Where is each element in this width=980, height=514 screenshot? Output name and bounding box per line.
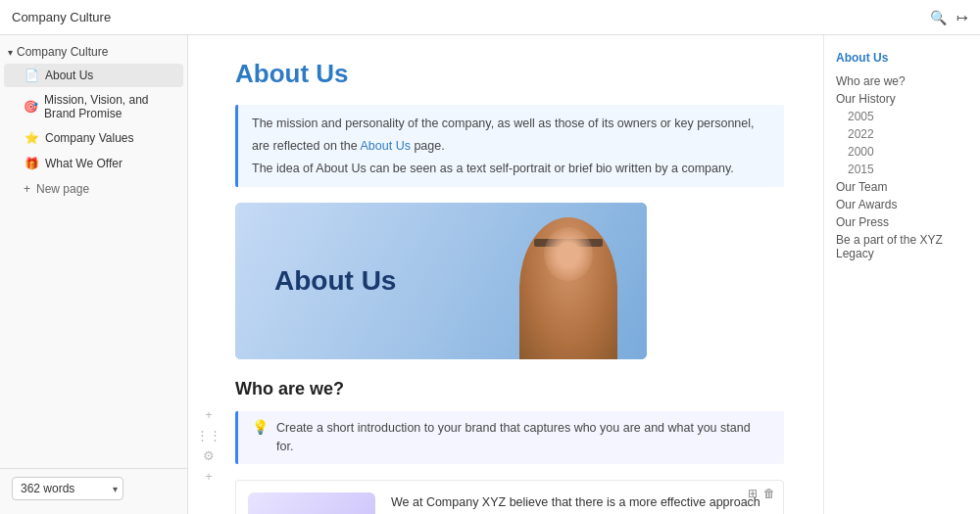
tip-block: 💡 Create a short introduction to your br… [235,411,784,464]
outline-title: About Us [836,51,968,65]
mission-icon: 🎯 [24,99,38,115]
sidebar-label-about-us: About Us [45,69,93,82]
block-delete-btn[interactable]: 🗑 [763,487,775,500]
new-page-button[interactable]: + New page [4,178,183,200]
section2-title: Who are we? [235,379,784,399]
share-icon[interactable]: ↦ [956,10,968,25]
app-title: Company Culture [12,10,111,24]
plus-icon: + [24,182,30,196]
word-count-bar: 362 words 362 characters [0,468,187,508]
sidebar-section-label: Company Culture [17,45,108,59]
body-text: We at Company XYZ believe that there is … [391,492,771,514]
chevron-icon: ▾ [8,47,13,58]
outline-2000[interactable]: 2000 [836,143,968,161]
sidebar-section-header[interactable]: ▾ Company Culture [0,41,187,63]
outline-our-history[interactable]: Our History [836,90,968,108]
tip-icon: 💡 [252,419,269,435]
outline-our-team[interactable]: Our Team [836,178,968,196]
sidebar-item-values[interactable]: ⭐ Company Values [4,126,183,150]
offer-icon: 🎁 [24,156,39,171]
values-icon: ⭐ [24,130,39,146]
new-page-label: New page [36,182,89,196]
content-area: About Us The mission and personality of … [188,35,823,514]
app-header: Company Culture 🔍 ↦ [0,0,980,35]
about-us-link[interactable]: About Us [361,139,411,153]
info-block: The mission and personality of the compa… [235,105,784,187]
left-add-controls: + ⋮⋮ ⚙ + [196,407,221,484]
outline-our-press[interactable]: Our Press [836,213,968,231]
outline-our-awards[interactable]: Our Awards [836,196,968,213]
outline-2015[interactable]: 2015 [836,161,968,178]
illustration-svg [253,492,370,514]
right-sidebar: About Us Who are we? Our History 2005 20… [823,35,980,514]
illustration-placeholder [248,492,375,514]
add-block-btn[interactable]: + [205,407,213,422]
search-icon[interactable]: 🔍 [930,10,947,25]
sidebar-item-about-us[interactable]: 📄 About Us [4,64,183,87]
block-actions: ⊞ 🗑 [748,487,775,500]
word-count-wrapper[interactable]: 362 words 362 characters [12,477,123,500]
add-row-btn[interactable]: + [205,469,213,484]
info-line1: The mission and personality of the compa… [252,115,770,133]
sidebar-label-offer: What We Offer [45,157,122,170]
word-count-select[interactable]: 362 words 362 characters [12,477,123,500]
page-title: About Us [235,59,784,89]
sidebar: ▾ Company Culture 📄 About Us 🎯 Mission, … [0,35,188,514]
sidebar-item-offer[interactable]: 🎁 What We Offer [4,152,183,175]
sidebar-label-values: Company Values [45,131,134,145]
main-layout: ▾ Company Culture 📄 About Us 🎯 Mission, … [0,35,980,514]
tip-text: Create a short introduction to your bran… [276,419,770,456]
drag-handle[interactable]: ⋮⋮ [196,428,221,443]
outline-2022[interactable]: 2022 [836,125,968,143]
settings-btn[interactable]: ⚙ [203,448,215,463]
block-grid-btn[interactable]: ⊞ [748,487,758,500]
hero-image: About Us [235,203,647,359]
info-line2: are reflected on the About Us page. [252,137,770,156]
body-paragraph1: We at Company XYZ believe that there is … [391,492,771,514]
hero-image-text: About Us [274,265,396,297]
info-line3: The idea of About Us can be seen as a te… [252,160,770,178]
sidebar-item-mission[interactable]: 🎯 Mission, Vision, and Brand Promise [4,89,183,124]
two-col-block: ⊞ 🗑 [235,480,784,514]
sidebar-label-mission: Mission, Vision, and Brand Promise [44,93,175,120]
outline-xyz-legacy[interactable]: Be a part of the XYZ Legacy [836,231,968,262]
outline-2005[interactable]: 2005 [836,108,968,125]
about-us-icon: 📄 [24,68,39,83]
outline-who-are-we[interactable]: Who are we? [836,72,968,90]
header-icons: 🔍 ↦ [930,10,968,25]
